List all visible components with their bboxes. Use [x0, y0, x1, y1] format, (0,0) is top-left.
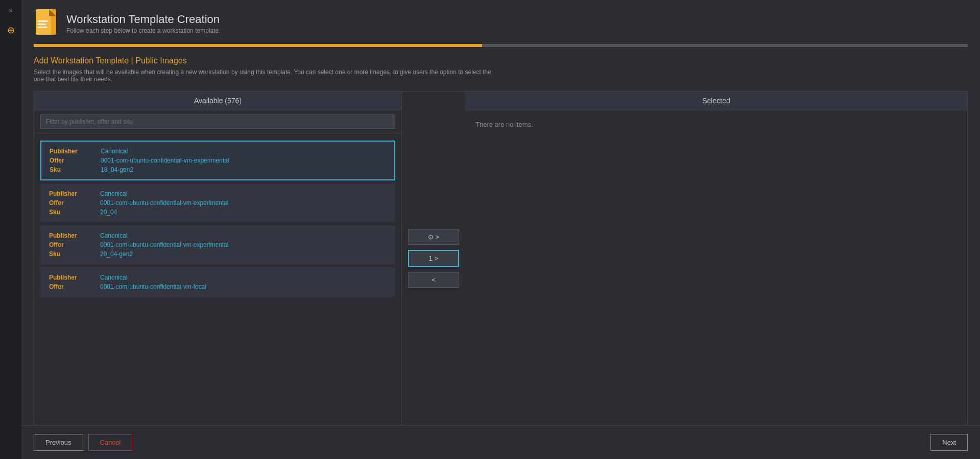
- offer-label: Offer: [49, 283, 100, 290]
- offer-label: Offer: [50, 157, 101, 164]
- sku-value: 20_04: [100, 209, 117, 216]
- move-selected-count: 1: [429, 255, 433, 262]
- footer-left-buttons: Previous Cancel: [34, 434, 132, 451]
- svg-rect-4: [38, 27, 47, 28]
- available-panel: Available (576) Publisher Canonical Offe…: [34, 91, 402, 425]
- transfer-controls: ⊙ > 1 > <: [402, 91, 465, 425]
- publisher-value: Canonical: [100, 232, 127, 239]
- section-description: Select the images that will be available…: [34, 68, 493, 83]
- available-panel-header: Available (576): [34, 91, 401, 110]
- move-back-arrow: <: [432, 276, 436, 284]
- page-subtitle: Follow each step below to create a works…: [66, 27, 221, 34]
- move-back-button[interactable]: <: [408, 272, 459, 288]
- item-offer-field: Offer 0001-com-ubuntu-confidential-vm-fo…: [49, 283, 387, 290]
- cancel-button[interactable]: Cancel: [88, 434, 132, 451]
- offer-value: 0001-com-ubuntu-confidential-vm-experime…: [100, 241, 228, 248]
- move-all-button[interactable]: ⊙ >: [408, 229, 459, 245]
- next-button[interactable]: Next: [930, 434, 968, 451]
- item-publisher-field: Publisher Canonical: [49, 190, 387, 197]
- item-sku-field: Sku 20_04-gen2: [49, 250, 387, 258]
- item-offer-field: Offer 0001-com-ubuntu-confidential-vm-ex…: [49, 199, 387, 206]
- footer: Previous Cancel Next: [21, 425, 980, 459]
- sku-value: 18_04-gen2: [101, 166, 133, 173]
- item-publisher-field: Publisher Canonical: [50, 148, 386, 155]
- selected-panel-header: Selected: [465, 91, 967, 110]
- offer-label: Offer: [49, 241, 100, 248]
- transfer-panel: Available (576) Publisher Canonical Offe…: [34, 91, 968, 425]
- svg-rect-2: [38, 20, 48, 22]
- offer-value: 0001-com-ubuntu-confidential-vm-experime…: [100, 199, 228, 206]
- publisher-label: Publisher: [49, 190, 100, 197]
- publisher-value: Canonical: [100, 274, 127, 281]
- sidebar-collapse-icon[interactable]: »: [9, 6, 13, 14]
- main-content: Workstation Template Creation Follow eac…: [21, 0, 980, 459]
- sidebar-add-icon[interactable]: ⊕: [7, 25, 15, 36]
- offer-value: 0001-com-ubuntu-confidential-vm-experime…: [101, 157, 229, 164]
- previous-button[interactable]: Previous: [34, 434, 83, 451]
- item-offer-field: Offer 0001-com-ubuntu-confidential-vm-ex…: [49, 241, 387, 248]
- item-offer-field: Offer 0001-com-ubuntu-confidential-vm-ex…: [50, 157, 386, 164]
- item-sku-field: Sku 20_04: [49, 209, 387, 216]
- header-icon: [34, 9, 58, 38]
- sidebar: » ⊕: [0, 0, 21, 459]
- no-items-message: There are no items.: [465, 110, 967, 425]
- filter-wrapper: [34, 110, 401, 133]
- selected-panel: Selected There are no items.: [465, 91, 967, 425]
- publisher-label: Publisher: [49, 274, 100, 281]
- header-text: Workstation Template Creation Follow eac…: [66, 13, 221, 34]
- publisher-value: Canonical: [101, 148, 128, 155]
- move-selected-button[interactable]: 1 >: [408, 250, 459, 267]
- item-publisher-field: Publisher Canonical: [49, 274, 387, 281]
- item-publisher-field: Publisher Canonical: [49, 232, 387, 239]
- move-all-arrow: >: [436, 233, 440, 241]
- sku-label: Sku: [50, 166, 101, 173]
- sku-label: Sku: [49, 209, 100, 216]
- items-list: Publisher Canonical Offer 0001-com-ubunt…: [34, 133, 401, 425]
- move-selected-arrow: >: [435, 255, 439, 262]
- item-sku-field: Sku 18_04-gen2: [50, 166, 386, 173]
- sku-label: Sku: [49, 250, 100, 258]
- page-header: Workstation Template Creation Follow eac…: [21, 0, 980, 44]
- list-item[interactable]: Publisher Canonical Offer 0001-com-ubunt…: [40, 183, 395, 222]
- content-area: Add Workstation Template | Public Images…: [21, 47, 980, 425]
- page-title: Workstation Template Creation: [66, 13, 221, 26]
- publisher-value: Canonical: [100, 190, 127, 197]
- svg-rect-3: [38, 24, 46, 25]
- publisher-label: Publisher: [49, 232, 100, 239]
- list-item[interactable]: Publisher Canonical Offer 0001-com-ubunt…: [40, 267, 395, 297]
- filter-input[interactable]: [40, 114, 395, 129]
- list-item[interactable]: Publisher Canonical Offer 0001-com-ubunt…: [40, 141, 395, 180]
- list-item[interactable]: Publisher Canonical Offer 0001-com-ubunt…: [40, 225, 395, 264]
- move-all-icon: ⊙: [428, 233, 434, 241]
- sku-value: 20_04-gen2: [100, 250, 133, 258]
- offer-label: Offer: [49, 199, 100, 206]
- section-title: Add Workstation Template | Public Images: [34, 56, 968, 65]
- offer-value: 0001-com-ubuntu-confidential-vm-focal: [100, 283, 206, 290]
- publisher-label: Publisher: [50, 148, 101, 155]
